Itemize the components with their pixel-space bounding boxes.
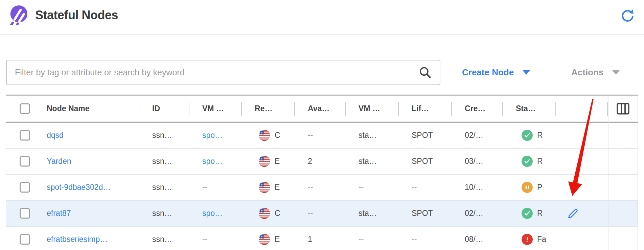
header-divider: [0, 34, 644, 34]
vm-size-value: --: [359, 183, 364, 192]
col-header-availability[interactable]: Ava…: [295, 96, 346, 122]
region-label: C: [275, 209, 280, 218]
created-date: 10/…: [465, 183, 483, 192]
refresh-icon[interactable]: [620, 8, 635, 23]
table-row: spot-9dbae302d…ssn…--E------10/…P: [6, 175, 638, 201]
node-name-link[interactable]: efrat87: [47, 209, 71, 218]
col-header-status[interactable]: Sta…: [503, 96, 556, 122]
region-label: E: [275, 183, 280, 192]
stateful-nodes-table: Node Name ID VM … Re… Ava… VM … Lif… Cre…: [6, 95, 638, 250]
status-running-icon: [522, 156, 533, 167]
row-checkbox[interactable]: [20, 208, 30, 219]
created-date: 02/…: [465, 209, 483, 218]
vm-link[interactable]: spo…: [202, 209, 223, 218]
flag-canton: [259, 234, 264, 239]
node-id: ssn…: [152, 157, 172, 166]
node-id: ssn…: [152, 235, 172, 244]
flag-canton: [259, 130, 264, 134]
col-header-actions: [556, 96, 608, 122]
region-label: E: [275, 157, 280, 166]
vm-size-value: --: [359, 235, 364, 244]
node-id: ssn…: [152, 209, 172, 218]
status-paused-icon: [522, 182, 533, 193]
spot-logo-icon: [7, 4, 28, 25]
status-label: Fa: [537, 235, 546, 244]
status-running-icon: [522, 130, 533, 141]
status-label: R: [537, 157, 543, 166]
col-header-lifecycle[interactable]: Lif…: [399, 96, 452, 122]
table-header-row: Node Name ID VM … Re… Ava… VM … Lif… Cre…: [6, 96, 638, 123]
filter-input[interactable]: [6, 60, 440, 85]
table-body: dqsdssn…spo…C--sta…SPOT02/…RYardenssn…sp…: [6, 123, 638, 250]
availability-value: --: [308, 209, 313, 218]
table-row: dqsdssn…spo…C--sta…SPOT02/…R: [6, 123, 638, 149]
availability-value: --: [308, 131, 313, 140]
table-row: efratbseriesimp…ssn…--E1----08/…Fa: [6, 227, 638, 250]
row-checkbox[interactable]: [20, 234, 30, 245]
availability-value: 1: [308, 235, 312, 244]
flag-canton: [259, 208, 264, 212]
us-flag-icon: [259, 130, 270, 141]
lifecycle-value: SPOT: [412, 157, 433, 166]
node-name-link[interactable]: efratbseriesimp…: [47, 235, 108, 244]
node-id: ssn…: [152, 131, 172, 140]
region-label: C: [275, 131, 280, 140]
node-id: ssn…: [152, 183, 172, 192]
chevron-down-icon: [612, 70, 620, 75]
stateful-nodes-page: Stateful Nodes Create Node Actions Node …: [0, 0, 644, 250]
edit-pencil-icon[interactable]: [568, 208, 578, 219]
region-label: E: [275, 235, 280, 244]
actions-label: Actions: [571, 67, 603, 78]
us-flag-icon: [259, 234, 270, 245]
status-failed-icon: [522, 234, 533, 245]
table-row: efrat87ssn…spo…C--sta…SPOT02/…R: [6, 201, 638, 227]
status-label: P: [537, 183, 542, 192]
chevron-down-icon: [523, 70, 530, 75]
create-node-label: Create Node: [462, 67, 514, 78]
row-checkbox[interactable]: [20, 156, 30, 167]
col-header-region[interactable]: Re…: [242, 96, 295, 122]
col-header-vm[interactable]: VM …: [189, 96, 242, 122]
col-header-node-name[interactable]: Node Name: [34, 96, 139, 122]
us-flag-icon: [259, 208, 270, 219]
table-row: Yardenssn…spo…E2sta…SPOT03/…R: [6, 149, 638, 175]
create-node-button[interactable]: Create Node: [462, 60, 530, 85]
vm-size-value: sta…: [359, 209, 377, 218]
vm-link: --: [202, 235, 207, 244]
row-checkbox[interactable]: [20, 130, 30, 141]
us-flag-icon: [259, 182, 270, 193]
created-date: 03/…: [465, 157, 483, 166]
select-all-checkbox[interactable]: [20, 103, 30, 114]
availability-value: --: [308, 183, 313, 192]
created-date: 08/…: [465, 235, 483, 244]
page-title: Stateful Nodes: [35, 8, 118, 22]
vm-size-value: sta…: [359, 131, 377, 140]
vm-link[interactable]: spo…: [202, 131, 223, 140]
col-header-id[interactable]: ID: [139, 96, 189, 122]
availability-value: 2: [308, 157, 312, 166]
flag-canton: [259, 182, 264, 186]
vm-link[interactable]: spo…: [202, 157, 223, 166]
status-label: R: [537, 209, 543, 218]
lifecycle-value: SPOT: [412, 131, 433, 140]
row-checkbox[interactable]: [20, 182, 30, 193]
lifecycle-value: --: [412, 235, 417, 244]
lifecycle-value: SPOT: [412, 209, 433, 218]
status-running-icon: [522, 208, 533, 219]
column-picker-icon[interactable]: [617, 103, 629, 115]
vm-size-value: sta…: [359, 157, 377, 166]
col-header-created[interactable]: Cre…: [452, 96, 503, 122]
node-name-link[interactable]: spot-9dbae302d…: [47, 183, 111, 192]
created-date: 02/…: [465, 131, 483, 140]
pinned-column-divider: [608, 96, 608, 250]
col-header-vm-size[interactable]: VM …: [346, 96, 399, 122]
us-flag-icon: [259, 156, 270, 167]
vm-link: --: [202, 183, 207, 192]
node-name-link[interactable]: dqsd: [47, 131, 64, 140]
lifecycle-value: --: [412, 183, 417, 192]
status-label: R: [537, 131, 543, 140]
flag-canton: [259, 156, 264, 160]
node-name-link[interactable]: Yarden: [47, 157, 71, 166]
actions-button[interactable]: Actions: [571, 60, 620, 85]
